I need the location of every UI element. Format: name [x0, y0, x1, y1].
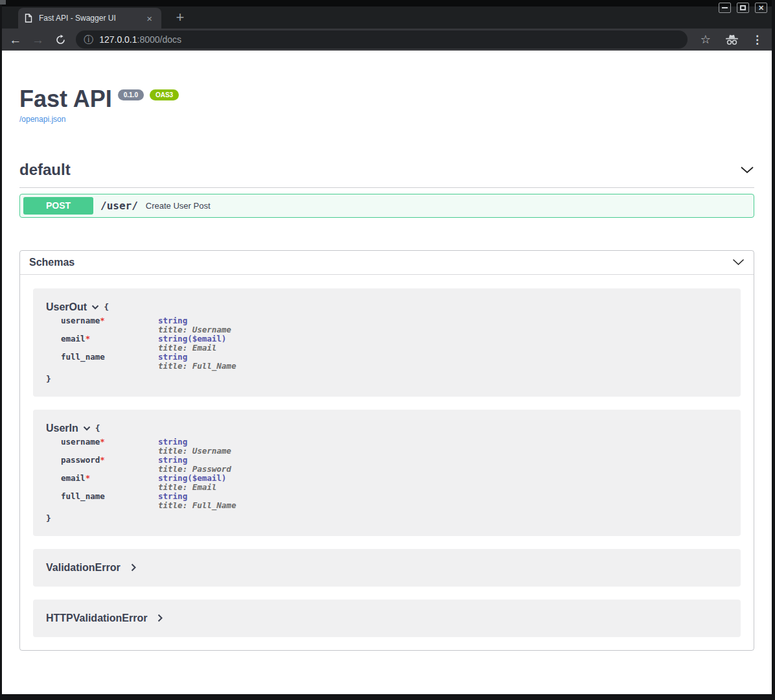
open-brace: { — [95, 423, 100, 433]
property-meta: title: Full_Name — [158, 362, 236, 371]
openapi-spec-link[interactable]: /openapi.json — [19, 115, 65, 124]
tab-bar: Fast API - Swagger UI × + — [2, 6, 772, 29]
property-name: password — [61, 455, 100, 465]
tag-section-header[interactable]: default — [19, 161, 754, 188]
property-type: string — [158, 316, 231, 325]
property-type: string — [158, 353, 236, 362]
window-controls: ✕ — [719, 3, 767, 13]
browser-menu-icon[interactable]: ⋮ — [752, 33, 763, 47]
address-bar[interactable]: ⓘ 127.0.0.1:8000/docs — [76, 30, 688, 49]
close-button[interactable]: ✕ — [755, 3, 767, 13]
property-meta: title: Email — [158, 483, 226, 492]
open-brace: { — [104, 302, 109, 312]
property-name: email — [61, 473, 86, 483]
schemas-title: Schemas — [29, 257, 75, 268]
schemas-header[interactable]: Schemas — [20, 251, 754, 275]
property-meta: title: Username — [158, 325, 231, 334]
chevron-down-icon — [91, 305, 99, 310]
browser-toolbar: ← → ⓘ 127.0.0.1:8000/docs ☆ ⋮ — [2, 29, 772, 51]
reload-icon — [55, 34, 66, 45]
schema-model-userin: UserIn { username* string title: Usernam… — [33, 410, 741, 536]
property-meta: title: Username — [158, 447, 231, 456]
property-type: string — [158, 492, 236, 501]
model-properties: username* string title: Username passwor… — [61, 438, 728, 510]
http-method-badge: POST — [23, 197, 93, 215]
model-title: UserOut — [46, 301, 87, 313]
chevron-down-icon[interactable] — [732, 259, 745, 266]
required-star: * — [100, 437, 105, 447]
window-corner-accent — [0, 0, 6, 5]
model-title: ValidationError — [46, 562, 121, 574]
property-row: password* string title: Password — [61, 456, 728, 474]
maximize-button[interactable] — [737, 3, 749, 13]
property-name: email — [61, 334, 86, 344]
operation-summary: Create User Post — [146, 201, 211, 211]
schema-model-userout: UserOut { username* string title: Userna… — [33, 288, 741, 397]
swagger-page: Fast API0.1.0OAS3 /openapi.json default … — [2, 51, 772, 694]
chevron-right-icon — [131, 563, 136, 572]
property-type: string($email) — [158, 334, 226, 344]
property-name: full_name — [61, 352, 105, 362]
window-titlebar — [2, 0, 772, 6]
reload-button[interactable] — [51, 34, 69, 45]
page-favicon-icon — [25, 14, 32, 23]
close-brace: } — [46, 513, 728, 523]
close-brace: } — [46, 374, 728, 384]
tab-title: Fast API - Swagger UI — [39, 14, 144, 23]
schema-model-validationerror[interactable]: ValidationError — [33, 549, 741, 587]
schemas-body: UserOut { username* string title: Userna… — [20, 275, 754, 650]
property-type: string($email) — [158, 474, 226, 483]
tag-title: default — [19, 161, 71, 179]
page-title: Fast API0.1.0OAS3 — [19, 86, 754, 112]
maximize-icon — [740, 5, 746, 10]
site-info-icon[interactable]: ⓘ — [84, 34, 93, 46]
property-row: full_name string title: Full_Name — [61, 353, 728, 371]
property-row: email* string($email) title: Email — [61, 334, 728, 353]
chevron-right-icon — [157, 614, 163, 622]
new-tab-button[interactable]: + — [172, 10, 189, 27]
schemas-section: Schemas UserOut { username* — [19, 250, 754, 651]
model-toggle-userout[interactable]: UserOut { — [46, 301, 728, 313]
url-host: 127.0.0.1 — [99, 34, 137, 45]
property-name: full_name — [61, 491, 105, 501]
browser-tab[interactable]: Fast API - Swagger UI × — [18, 8, 161, 29]
chevron-down-icon — [83, 426, 91, 431]
property-row: username* string title: Username — [61, 316, 728, 334]
version-badge: 0.1.0 — [118, 89, 144, 100]
required-star: * — [86, 334, 91, 344]
model-toggle-userin[interactable]: UserIn { — [46, 423, 728, 434]
property-row: username* string title: Username — [61, 438, 728, 456]
close-icon: ✕ — [758, 5, 764, 12]
model-title: UserIn — [46, 423, 78, 434]
required-star: * — [100, 316, 105, 325]
property-name: username — [61, 316, 100, 325]
api-info: Fast API0.1.0OAS3 /openapi.json — [2, 51, 772, 124]
back-icon[interactable]: ← — [6, 34, 25, 46]
oas3-badge: OAS3 — [150, 89, 179, 100]
property-row: full_name string title: Full_Name — [61, 492, 728, 510]
url-path: :8000/docs — [137, 34, 182, 45]
property-meta: title: Email — [158, 344, 226, 353]
chevron-down-icon[interactable] — [740, 166, 754, 174]
minimize-icon — [722, 7, 728, 8]
property-meta: title: Password — [158, 465, 231, 474]
model-title: HTTPValidationError — [46, 612, 147, 624]
schema-model-httpvalidationerror[interactable]: HTTPValidationError — [33, 600, 741, 637]
post-user-operation[interactable]: POST /user/ Create User Post — [19, 194, 754, 218]
model-properties: username* string title: Username email* … — [61, 316, 728, 371]
required-star: * — [86, 473, 91, 483]
bookmark-star-icon[interactable]: ☆ — [700, 34, 711, 45]
minimize-button[interactable] — [719, 3, 731, 13]
forward-icon[interactable]: → — [29, 34, 47, 46]
property-type: string — [158, 456, 231, 465]
required-star: * — [100, 455, 105, 465]
incognito-icon — [724, 34, 739, 46]
property-type: string — [158, 438, 231, 447]
tab-close-icon[interactable]: × — [144, 12, 155, 25]
api-title-text: Fast API — [19, 86, 112, 112]
property-row: email* string($email) title: Email — [61, 474, 728, 492]
operation-path: /user/ — [100, 200, 138, 212]
property-meta: title: Full_Name — [158, 501, 236, 510]
property-name: username — [61, 437, 100, 447]
